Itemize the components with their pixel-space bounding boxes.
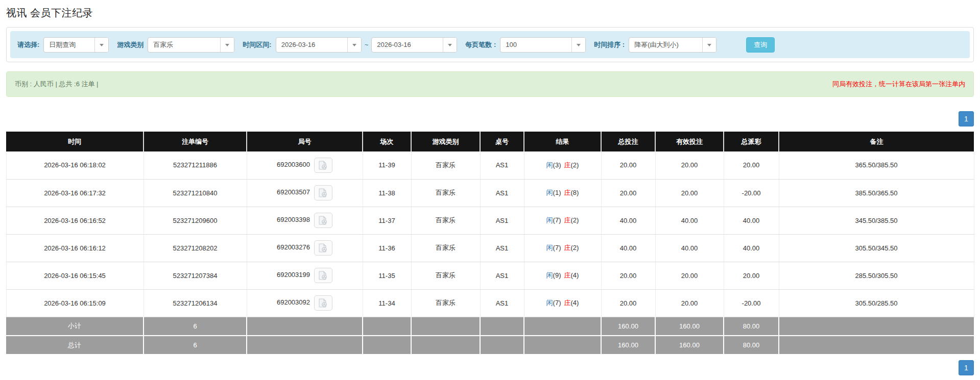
video-file-icon — [318, 243, 328, 252]
page-button-1[interactable]: 1 — [959, 111, 974, 126]
round-number: 692003199 — [277, 271, 310, 278]
result-banker-value: (4) — [571, 299, 579, 307]
cell-session: 11-38 — [363, 179, 411, 207]
search-button[interactable]: 查询 — [746, 37, 775, 53]
video-replay-button[interactable] — [314, 158, 332, 173]
table-row: 2026-03-16 06:16:12 523271208202 6920032… — [6, 234, 974, 262]
cell-round-id: 692003092 — [247, 289, 363, 317]
table-body: 2026-03-16 06:18:02 523271211886 6920036… — [6, 151, 974, 317]
cell-result: 闲(7)庄(2) — [524, 207, 601, 234]
cell-payout: -20.00 — [724, 179, 779, 207]
result-banker-value: (4) — [571, 271, 579, 279]
cell-round-id: 692003199 — [247, 262, 363, 289]
chevron-down-icon — [443, 38, 457, 52]
subtotal-total-bet: 160.00 — [601, 317, 655, 336]
result-player-value: (7) — [553, 216, 561, 224]
cell-payout: 20.00 — [724, 262, 779, 289]
filter-bar: 请选择: 日期查询 游戏类别 百家乐 时间区间: 2026-03-16 ~ 20… — [10, 31, 970, 58]
page-button-1[interactable]: 1 — [959, 360, 974, 375]
cell-remark: 345.50/385.50 — [779, 207, 974, 234]
header-total-bet: 总投注 — [601, 132, 655, 151]
cell-session: 11-35 — [363, 262, 411, 289]
cell-table-number: AS1 — [480, 179, 524, 207]
table-row: 2026-03-16 06:16:52 523271209600 6920033… — [6, 207, 974, 234]
video-replay-button[interactable] — [314, 185, 332, 200]
result-player-label: 闲 — [546, 271, 553, 279]
cell-total-bet: 20.00 — [601, 179, 655, 207]
subtotal-label: 小计 — [6, 317, 144, 336]
cell-game-type: 百家乐 — [411, 151, 480, 179]
sort-order-select[interactable]: 降幂(由大到小) — [629, 37, 716, 53]
query-type-select[interactable]: 日期查询 — [43, 37, 109, 53]
cell-valid-bet: 40.00 — [655, 207, 724, 234]
round-number: 692003600 — [277, 161, 310, 168]
cell-bet-id: 523271208202 — [144, 234, 247, 262]
cell-time: 2026-03-16 06:16:52 — [6, 207, 144, 234]
result-banker-value: (2) — [571, 216, 579, 224]
cell-time: 2026-03-16 06:18:02 — [6, 151, 144, 179]
round-number: 692003507 — [277, 188, 310, 196]
subtotal-count: 6 — [144, 317, 247, 336]
cell-round-id: 692003276 — [247, 234, 363, 262]
cell-session: 11-37 — [363, 207, 411, 234]
video-replay-button[interactable] — [314, 240, 332, 256]
total-count: 6 — [144, 336, 247, 354]
cell-time: 2026-03-16 06:16:12 — [6, 234, 144, 262]
cell-payout: -20.00 — [724, 289, 779, 317]
pagination-top: 1 — [6, 111, 974, 126]
date-to-select[interactable]: 2026-03-16 — [371, 37, 457, 53]
summary-bar: 币别 : 人民币 | 总共 :6 注单 | 同局有效投注，统一计算在该局第一张注… — [6, 71, 974, 97]
cell-game-type: 百家乐 — [411, 262, 480, 289]
page-size-label: 每页笔数 : — [465, 40, 496, 49]
video-file-icon — [318, 161, 328, 170]
header-time: 时间 — [6, 132, 144, 151]
subtotal-valid-bet: 160.00 — [655, 317, 724, 336]
cell-total-bet: 20.00 — [601, 262, 655, 289]
sort-order-label: 时间排序 : — [594, 40, 625, 49]
header-result: 结果 — [524, 132, 601, 151]
chevron-down-icon — [94, 38, 108, 52]
cell-payout: 40.00 — [724, 234, 779, 262]
game-type-value: 百家乐 — [148, 38, 220, 52]
cell-round-id: 692003507 — [247, 179, 363, 207]
cell-remark: 305.50/285.50 — [779, 289, 974, 317]
cell-bet-id: 523271210840 — [144, 179, 247, 207]
table-row: 2026-03-16 06:15:45 523271207384 6920031… — [6, 262, 974, 289]
total-total-bet: 160.00 — [601, 336, 655, 354]
cell-table-number: AS1 — [480, 207, 524, 234]
game-type-select[interactable]: 百家乐 — [148, 37, 234, 53]
video-file-icon — [318, 188, 328, 197]
sort-order-value: 降幂(由大到小) — [629, 38, 702, 52]
total-row: 总计 6 160.00 160.00 80.00 — [6, 336, 974, 354]
chevron-down-icon — [571, 38, 585, 52]
result-player-label: 闲 — [546, 161, 553, 169]
header-round-id: 局号 — [247, 132, 363, 151]
cell-valid-bet: 20.00 — [655, 179, 724, 207]
result-banker-value: (2) — [571, 244, 579, 251]
filter-panel: 请选择: 日期查询 游戏类别 百家乐 时间区间: 2026-03-16 ~ 20… — [6, 27, 974, 62]
video-file-icon — [318, 216, 328, 225]
page-title: 视讯 会员下注纪录 — [6, 6, 980, 20]
result-player-value: (1) — [553, 189, 561, 196]
chevron-down-icon — [347, 38, 361, 52]
result-player-value: (9) — [553, 271, 561, 279]
cell-bet-id: 523271209600 — [144, 207, 247, 234]
total-valid-bet: 160.00 — [655, 336, 724, 354]
round-number: 692003092 — [277, 298, 310, 306]
header-session: 场次 — [363, 132, 411, 151]
cell-round-id: 692003600 — [247, 151, 363, 179]
result-banker-label: 庄 — [564, 189, 571, 196]
cell-table-number: AS1 — [480, 151, 524, 179]
notice-text: 同局有效投注，统一计算在该局第一张注单内 — [832, 80, 965, 89]
cell-bet-id: 523271207384 — [144, 262, 247, 289]
page-size-select[interactable]: 100 — [500, 37, 586, 53]
cell-total-bet: 20.00 — [601, 289, 655, 317]
video-replay-button[interactable] — [314, 295, 332, 311]
video-replay-button[interactable] — [314, 268, 332, 283]
chevron-down-icon — [702, 38, 716, 52]
header-table-number: 桌号 — [480, 132, 524, 151]
video-replay-button[interactable] — [314, 213, 332, 228]
result-player-value: (3) — [553, 161, 561, 169]
subtotal-payout: 80.00 — [724, 317, 779, 336]
date-from-select[interactable]: 2026-03-16 — [276, 37, 362, 53]
